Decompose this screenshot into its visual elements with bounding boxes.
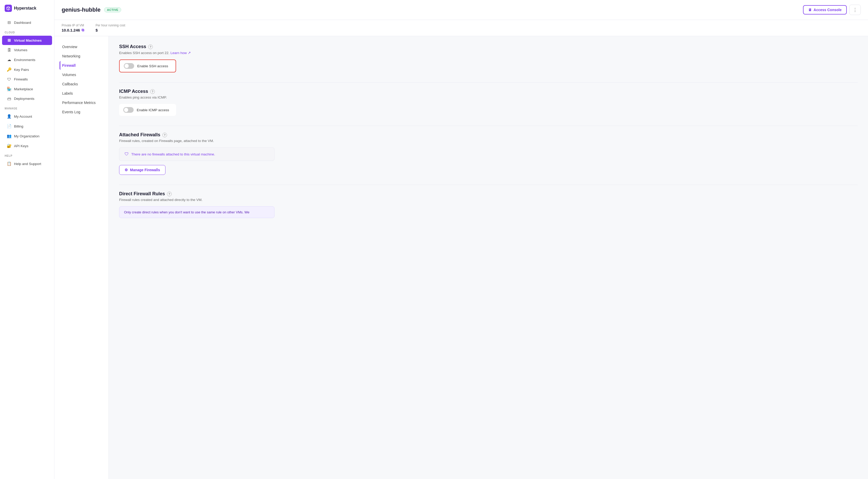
- sidebar-item-my-account[interactable]: 👤 My Account: [2, 112, 52, 121]
- icmp-title: ICMP Access ?: [119, 89, 858, 94]
- section-divider-2: [119, 126, 858, 126]
- nav-item-callbacks[interactable]: Callbacks: [60, 80, 103, 89]
- direct-rules-help-icon[interactable]: ?: [167, 192, 172, 196]
- sidebar-item-label: Key Pairs: [14, 68, 29, 72]
- ssh-toggle[interactable]: [124, 63, 134, 69]
- sidebar-item-label: Billing: [14, 125, 23, 128]
- manage-fw-label: Manage Firewalls: [130, 168, 160, 172]
- sidebar-item-label: Help and Support: [14, 162, 41, 166]
- manage-firewalls-button[interactable]: ⚙ Manage Firewalls: [119, 165, 165, 175]
- billing-icon: 📄: [7, 124, 11, 129]
- sub-nav: Overview Networking Firewall Volumes Cal…: [54, 36, 109, 479]
- sidebar-item-help-support[interactable]: 📋 Help and Support: [2, 159, 52, 168]
- icmp-toggle-label: Enable ICMP access: [137, 108, 169, 112]
- sidebar-item-virtual-machines[interactable]: ⊞ Virtual Machines: [2, 36, 52, 45]
- key-pairs-icon: 🔑: [7, 67, 11, 72]
- sidebar-item-api-keys[interactable]: 🔐 API Keys: [2, 141, 52, 150]
- main-area: genius-hubble ACTIVE 🖥 Access Console ⋮ …: [54, 0, 868, 479]
- deployments-icon: 🗃: [7, 97, 11, 101]
- private-ip-text: 10.0.1.246: [62, 28, 80, 32]
- sidebar-item-label: My Account: [14, 114, 32, 118]
- direct-rules-title: Direct Firewall Rules ?: [119, 191, 858, 197]
- access-console-button[interactable]: 🖥 Access Console: [803, 5, 847, 14]
- sidebar-item-label: Firewalls: [14, 77, 28, 81]
- nav-item-labels[interactable]: Labels: [60, 89, 103, 98]
- virtual-machines-icon: ⊞: [7, 38, 11, 43]
- nav-item-firewall[interactable]: Firewall: [60, 61, 103, 70]
- sidebar-item-label: Deployments: [14, 97, 34, 101]
- ssh-title: SSH Access ?: [119, 44, 858, 49]
- icmp-help-icon[interactable]: ?: [150, 89, 155, 94]
- sidebar-item-dashboard[interactable]: ⊟ Dashboard: [2, 18, 52, 27]
- nav-item-overview[interactable]: Overview: [60, 42, 103, 51]
- nav-item-networking[interactable]: Networking: [60, 52, 103, 61]
- icmp-toggle-row: Enable ICMP access: [119, 104, 176, 116]
- environments-icon: ☁: [7, 58, 11, 62]
- ssh-toggle-row: Enable SSH access: [119, 60, 176, 72]
- copy-icon[interactable]: ⧉: [82, 28, 84, 32]
- header-left: genius-hubble ACTIVE: [62, 6, 121, 13]
- firewalls-icon: 🛡: [7, 77, 11, 81]
- ssh-access-section: SSH Access ? Enables SSH access on port …: [119, 44, 858, 72]
- ssh-help-icon[interactable]: ?: [148, 44, 153, 49]
- nav-item-events-log[interactable]: Events Log: [60, 108, 103, 116]
- hourly-cost-info: Per hour running cost $: [96, 24, 125, 32]
- header-right: 🖥 Access Console ⋮: [803, 5, 861, 15]
- no-firewalls-text: There are no firewalls attached to this …: [131, 152, 215, 156]
- sidebar: Hyperstack ⊟ Dashboard CLOUD ⊞ Virtual M…: [0, 0, 54, 479]
- page-body: SSH Access ? Enables SSH access on port …: [109, 36, 868, 479]
- sidebar-item-label: My Organization: [14, 134, 39, 138]
- sidebar-item-deployments[interactable]: 🗃 Deployments: [2, 94, 52, 103]
- logo: Hyperstack: [0, 5, 54, 18]
- sidebar-item-firewalls[interactable]: 🛡 Firewalls: [2, 75, 52, 84]
- attached-firewalls-help-icon[interactable]: ?: [162, 133, 167, 137]
- more-options-button[interactable]: ⋮: [849, 5, 861, 15]
- sidebar-item-billing[interactable]: 📄 Billing: [2, 122, 52, 131]
- private-ip-value: 10.0.1.246 ⧉: [62, 28, 84, 32]
- sidebar-item-label: Volumes: [14, 48, 27, 52]
- sidebar-item-volumes[interactable]: 🗄 Volumes: [2, 45, 52, 55]
- access-console-label: Access Console: [814, 8, 842, 12]
- icmp-toggle[interactable]: [123, 107, 134, 113]
- marketplace-icon: 🏪: [7, 87, 11, 91]
- cloud-section-label: CLOUD: [0, 27, 54, 35]
- ssh-learn-link[interactable]: Learn how ↗: [170, 51, 191, 55]
- direct-rules-notice: Only create direct rules when you don't …: [119, 206, 275, 218]
- icmp-desc: Enables ping access via ICMP.: [119, 96, 858, 99]
- no-firewalls-notice: 🛡 There are no firewalls attached to thi…: [119, 147, 275, 161]
- logo-text: Hyperstack: [14, 6, 36, 11]
- nav-item-performance-metrics[interactable]: Performance Metrics: [60, 98, 103, 107]
- manage-section-label: MANAGE: [0, 103, 54, 111]
- hourly-cost-value: $: [96, 28, 125, 32]
- notice-shield-icon: 🛡: [125, 152, 129, 157]
- sidebar-item-label: Dashboard: [14, 21, 31, 25]
- attached-firewalls-title: Attached Firewalls ?: [119, 132, 858, 138]
- help-support-icon: 📋: [7, 161, 11, 166]
- hourly-cost-label: Per hour running cost: [96, 24, 125, 27]
- ssh-toggle-label: Enable SSH access: [137, 64, 168, 68]
- private-ip-label: Private IP of VM: [62, 24, 84, 27]
- nav-item-volumes[interactable]: Volumes: [60, 70, 103, 79]
- sidebar-item-my-organization[interactable]: 👥 My Organization: [2, 131, 52, 141]
- attached-firewalls-desc: Firewall rules, created on Firewalls pag…: [119, 139, 858, 143]
- page-header: genius-hubble ACTIVE 🖥 Access Console ⋮: [54, 0, 868, 20]
- icmp-access-section: ICMP Access ? Enables ping access via IC…: [119, 89, 858, 116]
- help-section-label: HELP: [0, 151, 54, 159]
- sidebar-item-label: Virtual Machines: [14, 38, 42, 42]
- private-ip-info: Private IP of VM 10.0.1.246 ⧉: [62, 24, 84, 32]
- sidebar-item-marketplace[interactable]: 🏪 Marketplace: [2, 84, 52, 94]
- content-area: Overview Networking Firewall Volumes Cal…: [54, 36, 868, 479]
- sidebar-item-label: Environments: [14, 58, 35, 62]
- more-icon: ⋮: [853, 7, 857, 12]
- sidebar-item-label: Marketplace: [14, 87, 33, 91]
- api-keys-icon: 🔐: [7, 143, 11, 148]
- ssh-desc: Enables SSH access on port 22. Learn how…: [119, 51, 858, 55]
- sidebar-item-environments[interactable]: ☁ Environments: [2, 55, 52, 64]
- hyperstack-logo-icon: [5, 5, 12, 12]
- section-divider-1: [119, 82, 858, 82]
- my-account-icon: 👤: [7, 114, 11, 119]
- my-organization-icon: 👥: [7, 134, 11, 138]
- sidebar-item-key-pairs[interactable]: 🔑 Key Pairs: [2, 65, 52, 74]
- console-icon: 🖥: [808, 8, 812, 12]
- volumes-icon: 🗄: [7, 48, 11, 52]
